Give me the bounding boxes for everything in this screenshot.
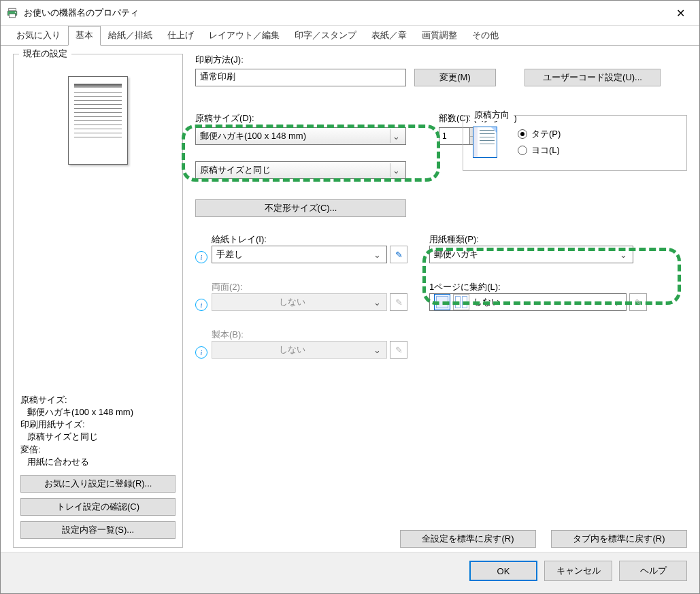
chevron-down-icon: ⌄ [390,129,401,143]
printer-icon [6,7,18,19]
doc-size-label: 原稿サイズ(D): [195,112,406,125]
info-icon[interactable]: i [195,251,207,263]
tray-label: 給紙トレイ(I): [212,233,407,246]
print-on-size-value: 原稿サイズと同じ [200,164,271,176]
print-on-size-select[interactable]: 原稿サイズと同じ ⌄ [195,161,406,179]
layout-2up-icon [453,294,469,310]
change-button[interactable]: 変更(M) [414,69,496,86]
sidebar: 現在の設定 原稿サイズ: [13,54,183,548]
content-area: 印刷方法(J): 通常印刷 変更(M) ユーザーコード設定(U)... 原稿サイ… [195,54,687,548]
reset-row: 全設定を標準に戻す(R) タブ内を標準に戻す(R) [195,503,687,548]
tab-finishing[interactable]: 仕上げ [160,26,201,46]
orientation-preview-icon [473,127,497,158]
page-preview [68,76,128,165]
tab-basic[interactable]: 基本 [68,26,101,46]
chevron-down-icon: ⌄ [611,295,622,309]
dialog-body: 現在の設定 原稿サイズ: [1,46,699,552]
nup-edit-button: ✎ [629,293,647,311]
chevron-down-icon: ⌄ [390,163,401,177]
duplex-value: しない [216,296,367,308]
print-method-label: 印刷方法(J): [195,54,687,66]
doc-size-select[interactable]: 郵便ハガキ(100 x 148 mm) ⌄ [195,127,406,145]
radio-off-icon [518,146,527,155]
nup-label: 1ページに集約(L): [429,281,647,293]
duplex-edit-button: ✎ [390,293,407,311]
print-method-field: 通常印刷 [195,69,406,86]
sidebar-info: 原稿サイズ: 郵便ハガキ(100 x 148 mm) 印刷用紙サイズ: 原稿サイ… [20,394,176,468]
reset-all-button[interactable]: 全設定を標準に戻す(R) [400,530,536,548]
register-favorite-button[interactable]: お気に入り設定に登録(R)... [20,475,176,493]
doc-size-value: 郵便ハガキ(100 x 148 mm) [200,130,306,142]
info-zoom-value: 用紙に合わせる [20,456,176,468]
info-icon[interactable]: i [195,346,207,359]
ok-button[interactable]: OK [469,561,537,581]
pencil-icon: ✎ [635,297,642,308]
booklet-select: しない ⌄ [212,341,387,359]
booklet-label: 製本(B): [212,329,407,341]
list-settings-button[interactable]: 設定内容一覧(S)... [20,521,176,539]
orientation-group: 原稿方向 タテ(P) ヨコ(L) [463,115,687,171]
help-button[interactable]: ヘルプ [619,561,687,581]
cancel-button[interactable]: キャンセル [544,561,612,581]
duplex-select: しない ⌄ [212,293,387,311]
close-button[interactable]: ✕ [667,1,694,25]
duplex-label: 両面(2): [212,281,407,293]
paper-type-select[interactable]: 郵便ハガキ ⌄ [429,246,633,263]
dialog-window: お使いの機器名のプロパティ ✕ お気に入り 基本 給紙／排紙 仕上げ レイアウト… [0,0,700,594]
info-printsize-value: 原稿サイズと同じ [20,431,176,443]
sidebar-buttons: お気に入り設定に登録(R)... トレイ設定の確認(C) 設定内容一覧(S)..… [20,475,176,539]
pencil-icon: ✎ [395,297,403,308]
tab-cover[interactable]: 表紙／章 [364,26,414,46]
nup-select[interactable]: しない ⌄ [429,293,627,311]
info-icon[interactable]: i [195,299,207,311]
chevron-down-icon: ⌄ [371,248,382,261]
tab-stamp[interactable]: 印字／スタンプ [287,26,364,46]
close-icon: ✕ [676,7,685,20]
current-settings-group: 現在の設定 原稿サイズ: [13,54,183,548]
radio-on-icon [518,129,527,139]
info-docsize-label: 原稿サイズ: [20,394,176,406]
svg-point-3 [15,12,16,14]
titlebar: お使いの機器名のプロパティ ✕ [1,1,699,26]
tab-layout[interactable]: レイアウト／編集 [201,26,287,46]
tray-select[interactable]: 手差し ⌄ [212,246,387,263]
pencil-icon: ✎ [395,345,403,355]
chevron-down-icon: ⌄ [371,295,382,309]
orientation-landscape-radio[interactable]: ヨコ(L) [518,144,561,156]
pencil-icon: ✎ [395,250,403,260]
booklet-value: しない [216,344,367,356]
tab-strip: お気に入り 基本 給紙／排紙 仕上げ レイアウト／編集 印字／スタンプ 表紙／章… [1,26,699,46]
nup-value: しない [473,296,607,308]
info-zoom-label: 変倍: [20,444,176,456]
tab-other[interactable]: その他 [465,26,506,46]
tab-paper[interactable]: 給紙／排紙 [101,26,160,46]
dialog-footer: OK キャンセル ヘルプ [1,552,699,593]
current-settings-legend: 現在の設定 [19,48,71,60]
info-docsize-value: 郵便ハガキ(100 x 148 mm) [20,406,176,418]
orientation-legend: 原稿方向 [470,109,514,121]
usercode-button[interactable]: ユーザーコード設定(U)... [524,69,661,86]
booklet-edit-button: ✎ [390,341,407,359]
paper-type-label: 用紙種類(P): [429,233,633,246]
svg-rect-2 [10,14,16,18]
confirm-tray-button[interactable]: トレイ設定の確認(C) [20,498,176,516]
nup-icons [434,294,473,310]
tray-edit-button[interactable]: ✎ [390,246,407,263]
window-title: お使いの機器名のプロパティ [24,7,667,19]
chevron-down-icon: ⌄ [618,248,629,261]
tab-quality[interactable]: 画質調整 [414,26,465,46]
reset-tab-button[interactable]: タブ内を標準に戻す(R) [551,530,687,548]
chevron-down-icon: ⌄ [371,343,382,357]
layout-1up-icon [434,294,450,310]
preview-header [74,84,122,88]
orientation-portrait-radio[interactable]: タテ(P) [518,128,561,140]
info-printsize-label: 印刷用紙サイズ: [20,418,176,431]
custom-size-button[interactable]: 不定形サイズ(C)... [195,199,406,217]
tab-favorites[interactable]: お気に入り [9,26,68,46]
svg-rect-0 [9,8,16,11]
tray-value: 手差し [216,248,243,261]
paper-type-value: 郵便ハガキ [434,248,478,261]
